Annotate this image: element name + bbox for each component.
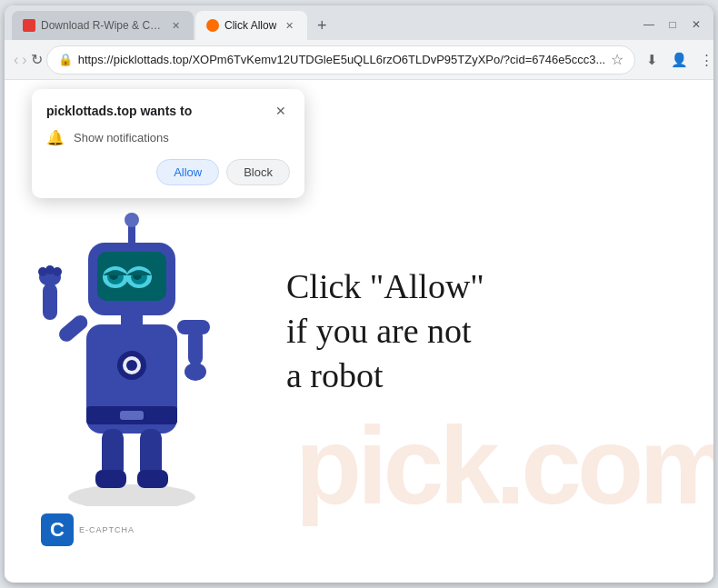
svg-rect-31 [95,470,126,488]
download-button[interactable]: ⬇ [639,47,664,73]
close-button[interactable]: ✕ [686,15,706,35]
bookmark-star-icon[interactable]: ☆ [611,51,623,68]
new-tab-button[interactable]: + [309,13,334,38]
svg-rect-32 [137,470,168,488]
svg-rect-27 [188,329,203,365]
popup-title: picklottads.top wants to [46,104,192,118]
block-button[interactable]: Block [226,159,290,185]
captcha-logo: C E-CAPTCHA [41,513,135,546]
tab-click-allow[interactable]: Click Allow ✕ [195,11,307,40]
svg-point-0 [68,484,195,506]
back-button[interactable]: ‹ [14,47,18,73]
svg-rect-20 [56,313,91,344]
menu-button[interactable]: ⋮ [693,47,713,73]
captcha-label-text: E-CAPTCHA [79,525,135,535]
minimize-button[interactable]: — [639,15,659,35]
profile-button[interactable]: 👤 [666,47,692,73]
url-text: https://picklottads.top/XOPm6TvKemv12UTD… [78,53,606,66]
forward-button[interactable]: › [22,47,26,73]
maximize-button[interactable]: □ [663,15,683,35]
toolbar: ‹ › ↻ 🔒 https://picklottads.top/XOPm6TvK… [5,40,713,80]
refresh-button[interactable]: ↻ [31,47,43,73]
window-controls: — □ ✕ [639,15,706,35]
browser-window: Download R-Wipe & Clean 20... ✕ Click Al… [5,5,713,583]
svg-rect-3 [120,411,144,420]
tab1-favicon [23,19,35,32]
main-text: Click "Allow" if you are not a robot [286,264,484,398]
tab-bar: Download R-Wipe & Clean 20... ✕ Click Al… [5,5,713,40]
popup-notification-row: 🔔 Show notifications [46,129,290,146]
allow-button[interactable]: Allow [156,159,219,185]
tab1-label: Download R-Wipe & Clean 20... [41,19,163,32]
page-content: pick.com [5,80,713,583]
tab-download-rwipe[interactable]: Download R-Wipe & Clean 20... ✕ [12,11,194,40]
main-text-line2: if you are not [286,309,484,354]
tab2-label: Click Allow [224,19,276,32]
watermark-text: pick.com [295,403,713,528]
tab2-favicon [206,19,219,32]
popup-close-button[interactable]: ✕ [272,102,290,120]
popup-header: picklottads.top wants to ✕ [46,102,290,120]
popup-notification-text: Show notifications [74,131,169,145]
toolbar-actions: ⬇ 👤 ⋮ [639,47,713,73]
popup-buttons: Allow Block [46,159,290,185]
bell-icon: 🔔 [46,129,65,146]
tab2-close-button[interactable]: ✕ [282,18,296,33]
address-bar[interactable]: 🔒 https://picklottads.top/XOPm6TvKemv12U… [46,45,636,75]
svg-point-25 [53,267,62,276]
main-text-line3: a robot [286,354,484,398]
svg-point-28 [184,363,206,381]
main-text-line1: Click "Allow" [286,264,484,308]
svg-rect-21 [43,284,57,320]
svg-rect-18 [128,224,135,244]
svg-point-6 [126,360,137,371]
tab1-close-button[interactable]: ✕ [168,18,183,33]
svg-point-19 [125,213,139,227]
security-icon: 🔒 [58,53,73,66]
notification-popup: picklottads.top wants to ✕ 🔔 Show notifi… [32,89,304,198]
captcha-icon: C [41,513,74,546]
